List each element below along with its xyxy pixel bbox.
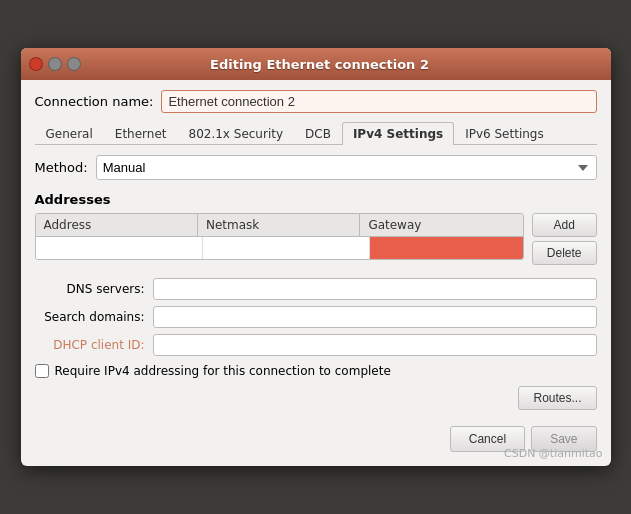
maximize-button[interactable] bbox=[67, 57, 81, 71]
window-title: Editing Ethernet connection 2 bbox=[87, 57, 553, 72]
dns-servers-label: DNS servers: bbox=[35, 282, 145, 296]
window-controls bbox=[29, 57, 81, 71]
routes-row: Routes... bbox=[35, 386, 597, 410]
dialog-content: Connection name: General Ethernet 802.1x… bbox=[21, 80, 611, 466]
netmask-input[interactable] bbox=[203, 237, 370, 259]
delete-button[interactable]: Delete bbox=[532, 241, 597, 265]
addresses-header: Address Netmask Gateway bbox=[36, 214, 523, 237]
tab-ipv4[interactable]: IPv4 Settings bbox=[342, 122, 454, 145]
search-domains-input[interactable] bbox=[153, 306, 597, 328]
titlebar: Editing Ethernet connection 2 bbox=[21, 48, 611, 80]
tab-ethernet[interactable]: Ethernet bbox=[104, 122, 178, 145]
routes-button[interactable]: Routes... bbox=[518, 386, 596, 410]
dhcp-client-id-label: DHCP client ID: bbox=[35, 338, 145, 352]
gateway-input[interactable] bbox=[370, 237, 524, 259]
tab-general[interactable]: General bbox=[35, 122, 104, 145]
tab-dcb[interactable]: DCB bbox=[294, 122, 342, 145]
method-select[interactable]: Manual bbox=[96, 155, 597, 180]
connection-name-input[interactable] bbox=[161, 90, 596, 113]
tab-ipv6[interactable]: IPv6 Settings bbox=[454, 122, 555, 145]
tab-8021x[interactable]: 802.1x Security bbox=[178, 122, 295, 145]
minimize-button[interactable] bbox=[48, 57, 62, 71]
search-domains-label: Search domains: bbox=[35, 310, 145, 324]
dhcp-client-id-input[interactable] bbox=[153, 334, 597, 356]
col-gateway: Gateway bbox=[360, 214, 522, 236]
watermark: CSDN @tianmitao bbox=[504, 447, 603, 460]
connection-name-label: Connection name: bbox=[35, 94, 154, 109]
tab-bar: General Ethernet 802.1x Security DCB IPv… bbox=[35, 121, 597, 145]
add-button[interactable]: Add bbox=[532, 213, 597, 237]
table-row bbox=[36, 237, 523, 259]
method-label: Method: bbox=[35, 160, 88, 175]
addresses-title: Addresses bbox=[35, 192, 597, 207]
address-input[interactable] bbox=[36, 237, 203, 259]
addresses-table: Address Netmask Gateway bbox=[35, 213, 524, 260]
col-address: Address bbox=[36, 214, 198, 236]
require-ipv4-row: Require IPv4 addressing for this connect… bbox=[35, 364, 597, 378]
dhcp-client-id-row: DHCP client ID: bbox=[35, 334, 597, 356]
search-domains-row: Search domains: bbox=[35, 306, 597, 328]
require-ipv4-label: Require IPv4 addressing for this connect… bbox=[55, 364, 391, 378]
dns-servers-input[interactable] bbox=[153, 278, 597, 300]
method-row: Method: Manual bbox=[35, 155, 597, 180]
dialog-window: Editing Ethernet connection 2 Connection… bbox=[21, 48, 611, 466]
addresses-table-wrap: Address Netmask Gateway bbox=[35, 213, 524, 268]
col-netmask: Netmask bbox=[198, 214, 360, 236]
close-button[interactable] bbox=[29, 57, 43, 71]
address-buttons: Add Delete bbox=[532, 213, 597, 268]
dns-servers-row: DNS servers: bbox=[35, 278, 597, 300]
connection-name-row: Connection name: bbox=[35, 90, 597, 113]
require-ipv4-checkbox[interactable] bbox=[35, 364, 49, 378]
addresses-section: Address Netmask Gateway Add Delete bbox=[35, 213, 597, 268]
